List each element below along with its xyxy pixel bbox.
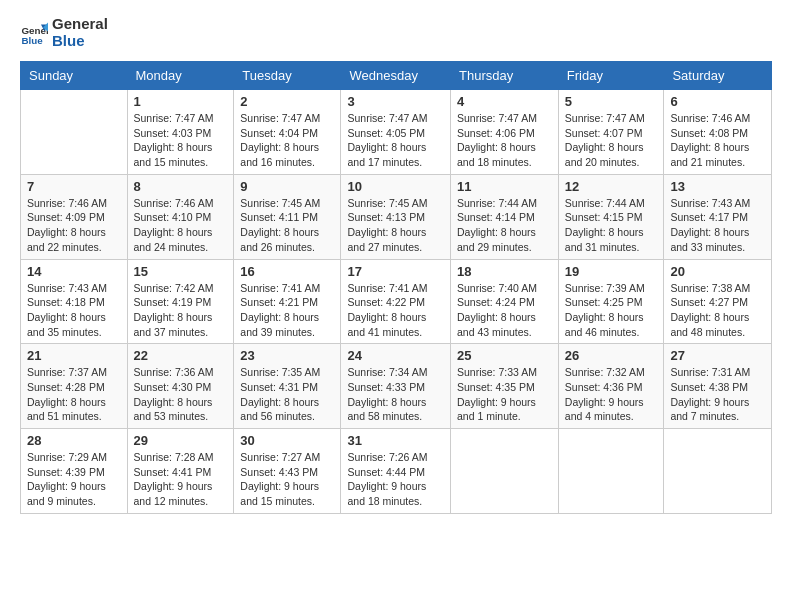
day-info: Sunrise: 7:38 AMSunset: 4:27 PMDaylight:… [670,281,765,340]
day-number: 3 [347,94,444,109]
calendar-cell: 14Sunrise: 7:43 AMSunset: 4:18 PMDayligh… [21,259,128,344]
header-row: SundayMondayTuesdayWednesdayThursdayFrid… [21,62,772,90]
header-wednesday: Wednesday [341,62,451,90]
header-sunday: Sunday [21,62,128,90]
day-info: Sunrise: 7:32 AMSunset: 4:36 PMDaylight:… [565,365,658,424]
day-number: 26 [565,348,658,363]
calendar-cell: 17Sunrise: 7:41 AMSunset: 4:22 PMDayligh… [341,259,451,344]
day-info: Sunrise: 7:43 AMSunset: 4:18 PMDaylight:… [27,281,121,340]
header-saturday: Saturday [664,62,772,90]
day-info: Sunrise: 7:46 AMSunset: 4:08 PMDaylight:… [670,111,765,170]
day-info: Sunrise: 7:45 AMSunset: 4:13 PMDaylight:… [347,196,444,255]
day-number: 6 [670,94,765,109]
calendar-cell: 10Sunrise: 7:45 AMSunset: 4:13 PMDayligh… [341,174,451,259]
day-number: 21 [27,348,121,363]
calendar-cell: 2Sunrise: 7:47 AMSunset: 4:04 PMDaylight… [234,90,341,175]
day-number: 2 [240,94,334,109]
day-number: 19 [565,264,658,279]
calendar-cell: 19Sunrise: 7:39 AMSunset: 4:25 PMDayligh… [558,259,664,344]
day-number: 10 [347,179,444,194]
calendar-cell: 30Sunrise: 7:27 AMSunset: 4:43 PMDayligh… [234,429,341,514]
calendar-cell: 26Sunrise: 7:32 AMSunset: 4:36 PMDayligh… [558,344,664,429]
day-number: 22 [134,348,228,363]
page-header: General Blue General Blue [20,16,772,49]
calendar-cell [21,90,128,175]
day-number: 5 [565,94,658,109]
calendar-cell: 27Sunrise: 7:31 AMSunset: 4:38 PMDayligh… [664,344,772,429]
calendar-cell: 28Sunrise: 7:29 AMSunset: 4:39 PMDayligh… [21,429,128,514]
calendar-cell: 23Sunrise: 7:35 AMSunset: 4:31 PMDayligh… [234,344,341,429]
calendar-cell: 25Sunrise: 7:33 AMSunset: 4:35 PMDayligh… [451,344,559,429]
day-number: 24 [347,348,444,363]
day-info: Sunrise: 7:47 AMSunset: 4:03 PMDaylight:… [134,111,228,170]
day-number: 18 [457,264,552,279]
day-number: 31 [347,433,444,448]
day-info: Sunrise: 7:40 AMSunset: 4:24 PMDaylight:… [457,281,552,340]
logo-icon: General Blue [20,19,48,47]
day-number: 28 [27,433,121,448]
day-info: Sunrise: 7:33 AMSunset: 4:35 PMDaylight:… [457,365,552,424]
day-info: Sunrise: 7:41 AMSunset: 4:21 PMDaylight:… [240,281,334,340]
day-number: 30 [240,433,334,448]
day-number: 13 [670,179,765,194]
calendar-cell [558,429,664,514]
header-tuesday: Tuesday [234,62,341,90]
day-info: Sunrise: 7:47 AMSunset: 4:04 PMDaylight:… [240,111,334,170]
calendar-cell [451,429,559,514]
day-info: Sunrise: 7:46 AMSunset: 4:09 PMDaylight:… [27,196,121,255]
calendar-cell: 20Sunrise: 7:38 AMSunset: 4:27 PMDayligh… [664,259,772,344]
calendar-cell: 15Sunrise: 7:42 AMSunset: 4:19 PMDayligh… [127,259,234,344]
header-friday: Friday [558,62,664,90]
day-info: Sunrise: 7:37 AMSunset: 4:28 PMDaylight:… [27,365,121,424]
logo-general: General [52,16,108,33]
header-thursday: Thursday [451,62,559,90]
week-row-2: 7Sunrise: 7:46 AMSunset: 4:09 PMDaylight… [21,174,772,259]
calendar-cell: 16Sunrise: 7:41 AMSunset: 4:21 PMDayligh… [234,259,341,344]
calendar-cell: 24Sunrise: 7:34 AMSunset: 4:33 PMDayligh… [341,344,451,429]
calendar-cell: 31Sunrise: 7:26 AMSunset: 4:44 PMDayligh… [341,429,451,514]
day-info: Sunrise: 7:27 AMSunset: 4:43 PMDaylight:… [240,450,334,509]
week-row-4: 21Sunrise: 7:37 AMSunset: 4:28 PMDayligh… [21,344,772,429]
header-monday: Monday [127,62,234,90]
day-number: 9 [240,179,334,194]
day-number: 14 [27,264,121,279]
day-number: 7 [27,179,121,194]
day-number: 29 [134,433,228,448]
calendar-cell: 7Sunrise: 7:46 AMSunset: 4:09 PMDaylight… [21,174,128,259]
day-info: Sunrise: 7:31 AMSunset: 4:38 PMDaylight:… [670,365,765,424]
day-info: Sunrise: 7:39 AMSunset: 4:25 PMDaylight:… [565,281,658,340]
day-info: Sunrise: 7:26 AMSunset: 4:44 PMDaylight:… [347,450,444,509]
day-number: 16 [240,264,334,279]
day-info: Sunrise: 7:45 AMSunset: 4:11 PMDaylight:… [240,196,334,255]
day-info: Sunrise: 7:44 AMSunset: 4:14 PMDaylight:… [457,196,552,255]
day-number: 11 [457,179,552,194]
calendar-cell: 22Sunrise: 7:36 AMSunset: 4:30 PMDayligh… [127,344,234,429]
day-number: 8 [134,179,228,194]
calendar-cell: 21Sunrise: 7:37 AMSunset: 4:28 PMDayligh… [21,344,128,429]
day-info: Sunrise: 7:36 AMSunset: 4:30 PMDaylight:… [134,365,228,424]
week-row-5: 28Sunrise: 7:29 AMSunset: 4:39 PMDayligh… [21,429,772,514]
day-number: 25 [457,348,552,363]
day-info: Sunrise: 7:35 AMSunset: 4:31 PMDaylight:… [240,365,334,424]
day-info: Sunrise: 7:42 AMSunset: 4:19 PMDaylight:… [134,281,228,340]
day-info: Sunrise: 7:47 AMSunset: 4:07 PMDaylight:… [565,111,658,170]
calendar-cell: 6Sunrise: 7:46 AMSunset: 4:08 PMDaylight… [664,90,772,175]
day-info: Sunrise: 7:46 AMSunset: 4:10 PMDaylight:… [134,196,228,255]
day-number: 4 [457,94,552,109]
calendar-table: SundayMondayTuesdayWednesdayThursdayFrid… [20,61,772,514]
week-row-3: 14Sunrise: 7:43 AMSunset: 4:18 PMDayligh… [21,259,772,344]
calendar-cell: 5Sunrise: 7:47 AMSunset: 4:07 PMDaylight… [558,90,664,175]
calendar-cell: 8Sunrise: 7:46 AMSunset: 4:10 PMDaylight… [127,174,234,259]
day-number: 15 [134,264,228,279]
day-number: 27 [670,348,765,363]
day-number: 20 [670,264,765,279]
day-number: 17 [347,264,444,279]
day-info: Sunrise: 7:29 AMSunset: 4:39 PMDaylight:… [27,450,121,509]
day-info: Sunrise: 7:34 AMSunset: 4:33 PMDaylight:… [347,365,444,424]
calendar-cell: 29Sunrise: 7:28 AMSunset: 4:41 PMDayligh… [127,429,234,514]
day-number: 12 [565,179,658,194]
calendar-cell: 13Sunrise: 7:43 AMSunset: 4:17 PMDayligh… [664,174,772,259]
week-row-1: 1Sunrise: 7:47 AMSunset: 4:03 PMDaylight… [21,90,772,175]
day-info: Sunrise: 7:44 AMSunset: 4:15 PMDaylight:… [565,196,658,255]
calendar-cell: 1Sunrise: 7:47 AMSunset: 4:03 PMDaylight… [127,90,234,175]
